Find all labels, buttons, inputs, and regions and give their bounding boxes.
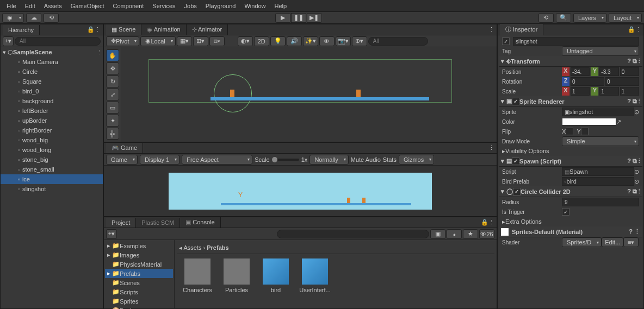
snap-increment-button[interactable]: ⊞▾ [193,36,208,46]
menu-window[interactable]: Window [240,1,270,11]
scl-z[interactable]: 1 [620,87,639,96]
play-button[interactable]: ▶ [275,13,290,23]
menu-file[interactable]: File [2,1,21,11]
folder-item[interactable]: ▸ 📁 Examples [105,241,173,250]
color-field[interactable] [562,118,616,125]
scene-tab[interactable]: ▦ Scene [106,24,141,35]
hier-item[interactable]: ▫stone_big [1,155,103,165]
display-dropdown[interactable]: Display 1 [140,155,179,165]
history-button[interactable]: ⟲ [44,13,59,23]
packages-row[interactable]: ▾ 📦 Packages [105,306,173,309]
hier-item[interactable]: ▫stone_small [1,165,103,174]
rot-empty[interactable]: 0 [605,77,639,86]
search-by-label[interactable]: ⬥ [447,229,462,239]
project-tab[interactable]: Project [106,218,136,228]
radius-field[interactable]: 9 [562,198,639,206]
hier-item[interactable]: ▫slingshot [1,184,103,194]
spawn-enable[interactable] [512,157,519,165]
gameobject-active-checkbox[interactable] [502,37,510,45]
collider-enable[interactable] [513,188,521,196]
hierarchy-menu-icon[interactable]: ⋮ [95,26,101,33]
scale-slider[interactable] [272,159,299,161]
grid-snap-button[interactable]: ▦▾ [177,36,192,46]
2d-toggle[interactable]: 2D [254,36,269,46]
draw-mode-button[interactable]: ◐▾ [238,36,253,46]
game-mode-dropdown[interactable]: Game [106,155,138,165]
layout-dropdown[interactable]: Layout [609,13,642,23]
extra-options[interactable]: Extra Options [505,218,542,225]
breadcrumb-assets[interactable]: Assets [183,244,201,251]
scene-row[interactable]: ▾ ⬡ SampleScene⋮ [1,47,103,57]
hier-item[interactable]: ▫Square [1,77,103,86]
cloud-button[interactable]: ☁ [26,13,41,23]
layers-dropdown[interactable]: Layers [573,13,606,23]
scene-menu-icon[interactable]: ⋮ [488,26,494,33]
menu-services[interactable]: Services [148,1,179,11]
scene-search[interactable] [368,37,428,46]
prefab-picker-icon[interactable]: ⊙ [634,178,639,185]
spawn-header[interactable]: ▾▤ Spawn (Script)? ⧉ ⋮ [499,156,642,167]
sprite-picker-icon[interactable]: ⊙ [634,109,639,116]
hidden-button[interactable]: 👁 [319,36,335,46]
sprite-renderer-enable[interactable] [512,98,519,105]
hier-item[interactable]: ▫wood_big [1,135,103,145]
breadcrumb-prefabs[interactable]: Prefabs [207,244,228,251]
hier-item[interactable]: ▫leftBorder [1,106,103,116]
prefab-field[interactable]: ▫ bird [562,177,634,186]
shader-extra-button[interactable]: ≡▾ [623,237,639,247]
folder-item-selected[interactable]: ▸ 📁 Prefabs [105,269,173,278]
script-picker-icon[interactable]: ⊙ [634,168,639,175]
account-dropdown[interactable]: ◉ [2,13,24,23]
collider-header[interactable]: ▾◯ Circle Collider 2D? ⧉ ⋮ [499,186,642,197]
save-search[interactable]: ★ [463,229,478,239]
shader-dropdown[interactable]: Sprites/D [562,237,602,247]
gameobject-name-field[interactable]: slingshot [513,37,639,46]
material-header[interactable]: Sprites-Default (Material)? ⋮ [499,226,642,237]
animator-tab[interactable]: ⊹ Animator [187,24,228,35]
asset-folder[interactable]: Characters [181,258,214,293]
search-global-button[interactable]: 🔍 [556,13,571,23]
scale-tool[interactable]: ⤢ [106,89,119,100]
inspector-lock-icon[interactable]: 🔒 [628,26,635,33]
asset-prefab[interactable]: bird [259,258,292,293]
undo-history-button[interactable]: ⟲ [538,13,554,23]
pos-z[interactable]: 0 [620,67,639,76]
hier-item-selected[interactable]: ▫ice [1,174,103,184]
snap-toggle-button[interactable]: ⧈▾ [209,36,225,46]
tag-dropdown[interactable]: Untagged [562,46,639,56]
rotate-tool[interactable]: ↻ [106,75,119,87]
custom-tool[interactable]: ╬ [106,128,119,140]
project-search[interactable] [277,230,429,238]
console-tab[interactable]: ▣ Console [180,217,220,228]
gizmos-button[interactable]: ⊕▾ [352,36,367,46]
menu-gameobject[interactable]: GameObject [66,1,109,11]
pos-y[interactable]: -3.3 [599,67,618,76]
hand-tool[interactable]: ✋ [106,49,119,61]
hierarchy-lock-icon[interactable]: 🔒 [87,26,95,33]
fx-button[interactable]: ✨▾ [303,36,318,46]
menu-help[interactable]: Help [270,1,292,11]
mute-audio[interactable]: Mute Audio [351,156,381,163]
draw-mode-dropdown[interactable]: Simple [562,136,639,146]
folder-item[interactable]: 📁 Scenes [105,278,173,287]
project-menu-icon[interactable]: ⋮ [488,219,494,226]
hidden-packages[interactable]: 👁 26 [479,229,494,239]
rot-z[interactable]: 0 [571,77,604,86]
plastic-tab[interactable]: Plastic SCM [136,218,180,228]
move-tool[interactable]: ✥ [106,62,119,74]
sprite-renderer-header[interactable]: ▾▣ Sprite Renderer? ⧉ ⋮ [499,96,642,107]
hier-item[interactable]: ▫Circle [1,67,103,77]
trigger-checkbox[interactable] [562,208,569,216]
folder-item[interactable]: 📁 Scripts [105,287,173,297]
menu-component[interactable]: Component [108,1,148,11]
camera-button[interactable]: 📷▾ [336,36,351,46]
hier-item[interactable]: ▫upBorder [1,116,103,125]
menu-jobs[interactable]: Jobs [180,1,201,11]
flip-y-checkbox[interactable] [581,128,589,135]
folder-item[interactable]: 📁 Sprites [105,297,173,306]
asset-folder[interactable]: Particles [220,258,253,293]
stats-button[interactable]: Stats [383,156,397,163]
aspect-dropdown[interactable]: Free Aspect [182,155,252,165]
sprite-field[interactable]: ▣ slingshot [562,108,634,116]
hier-item[interactable]: ▫Main Camera [1,57,103,67]
